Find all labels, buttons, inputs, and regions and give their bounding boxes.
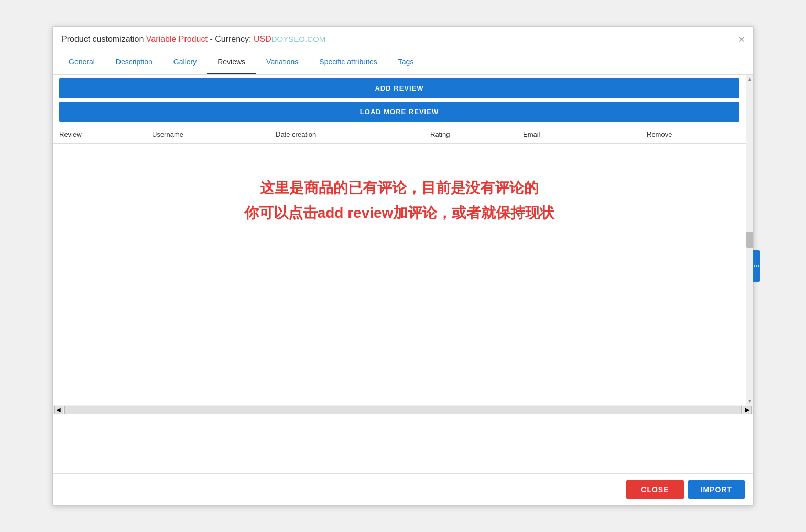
col-header-review: Review xyxy=(59,130,152,138)
scroll-up-arrow[interactable]: ▲ xyxy=(746,75,753,83)
scroll-right-arrow[interactable]: ▶ xyxy=(743,406,752,414)
inner-scroll-area: ADD REVIEW LOAD MORE REVIEW Review Usern… xyxy=(53,75,753,405)
tab-specific-attributes[interactable]: Specific attributes xyxy=(309,50,388,74)
title-prefix: Product customization xyxy=(61,35,144,43)
scroll-left-arrow[interactable]: ◀ xyxy=(54,406,63,414)
close-button[interactable]: CLOSE xyxy=(626,480,683,499)
product-customization-modal: Product customization Variable Product -… xyxy=(52,26,754,506)
tab-tags[interactable]: Tags xyxy=(388,50,424,74)
tab-description[interactable]: Description xyxy=(105,50,163,74)
horizontal-scrollbar[interactable]: ◀ ▶ xyxy=(53,405,753,414)
empty-annotation: 这里是商品的已有评论，目前是没有评论的 你可以点击add review加评论，或… xyxy=(63,175,735,225)
content-wrapper: ▲ ▼ ADD REVIEW LOAD MORE REVIEW Review U… xyxy=(53,75,753,405)
tab-general[interactable]: General xyxy=(58,50,105,74)
side-handle[interactable]: ⋮ xyxy=(753,250,760,282)
side-handle-icon: ⋮ xyxy=(753,262,761,270)
currency-label: - Currency: xyxy=(210,35,251,43)
col-header-date: Date creation xyxy=(276,130,430,138)
annotation-line2: 你可以点击add review加评论，或者就保持现状 xyxy=(63,201,735,226)
scroll-down-arrow[interactable]: ▼ xyxy=(746,397,753,405)
watermark-text: DOYSEO.COM xyxy=(271,35,325,43)
tab-variations[interactable]: Variations xyxy=(256,50,309,74)
import-button[interactable]: IMPORT xyxy=(688,480,745,499)
tab-reviews[interactable]: Reviews xyxy=(207,50,256,74)
variable-product-text: Variable Product xyxy=(146,35,208,43)
currency-value: USD xyxy=(254,35,271,43)
tab-content-area: ▲ ▼ ADD REVIEW LOAD MORE REVIEW Review U… xyxy=(53,75,753,473)
modal-header: Product customization Variable Product -… xyxy=(53,27,753,50)
modal-close-x-button[interactable]: × xyxy=(738,34,745,45)
col-header-username: Username xyxy=(152,130,276,138)
scrollbar-thumb[interactable] xyxy=(746,232,753,248)
tab-bar: General Description Gallery Reviews Vari… xyxy=(53,50,753,75)
load-more-review-button[interactable]: LOAD MORE REVIEW xyxy=(59,102,739,122)
modal-footer: CLOSE IMPORT xyxy=(53,473,753,505)
modal-title: Product customization Variable Product -… xyxy=(61,35,325,44)
vertical-scrollbar[interactable]: ▲ ▼ xyxy=(746,75,753,405)
col-header-rating: Rating xyxy=(430,130,523,138)
add-review-button[interactable]: ADD REVIEW xyxy=(59,78,739,98)
scrollbar-track[interactable] xyxy=(64,406,742,414)
empty-reviews-area: 这里是商品的已有评论，目前是没有评论的 你可以点击add review加评论，或… xyxy=(53,144,746,257)
annotation-line1: 这里是商品的已有评论，目前是没有评论的 xyxy=(63,175,735,201)
col-header-remove: Remove xyxy=(647,130,739,138)
reviews-table-header: Review Username Date creation Rating Ema… xyxy=(53,125,746,144)
col-header-email: Email xyxy=(523,130,647,138)
tab-gallery[interactable]: Gallery xyxy=(163,50,207,74)
